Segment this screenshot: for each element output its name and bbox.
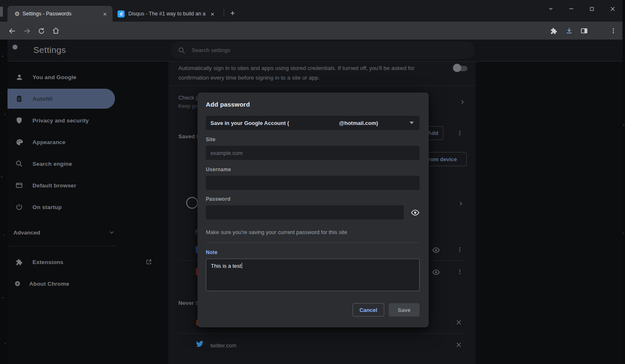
password-input[interactable] [206,205,404,219]
twitter-bird-icon [195,340,204,348]
side-panel-icon[interactable] [578,25,590,37]
sidebar-item-search-engine[interactable]: Search engine [3,154,162,174]
sidebar-item-default-browser[interactable]: Default browser [3,175,162,195]
external-link-icon [145,258,152,266]
maximize-button[interactable] [585,3,598,14]
gear-icon: ⚙ [12,10,22,17]
account-select-prefix: Save in your Google Account ( [210,120,289,126]
username-label: Username [206,167,420,172]
power-icon [15,203,23,211]
chrome-logo-icon [15,281,20,286]
note-textarea[interactable]: This is a test [206,259,420,291]
browser-window-icon [15,181,23,189]
tab-strip: ⚙ Settings - Passwords × d Disqus - The … [0,0,625,22]
site-input[interactable] [206,146,420,160]
person-icon [15,73,23,81]
kebab-menu-icon[interactable] [456,267,463,276]
search-icon [178,46,186,55]
sidebar-item-extensions[interactable]: Extensions [3,252,162,272]
show-password-eye-icon[interactable] [432,268,440,276]
tab-close-icon[interactable]: × [100,9,110,19]
kebab-menu-icon[interactable] [456,129,463,137]
dialog-title: Add password [206,101,420,108]
magnifier-icon [15,160,23,168]
password-helper-text: Make sure you're saving your current pas… [206,229,420,235]
auto-signin-description: Automatically sign in to sites and apps … [178,63,432,82]
dropdown-caret-icon [410,122,414,124]
save-button[interactable]: Save [389,303,420,317]
kebab-menu-icon[interactable] [456,245,463,254]
chevron-down-icon [108,228,116,237]
extensions-puzzle-icon[interactable] [548,25,560,37]
minimize-button[interactable] [565,3,578,14]
check-passwords-subfragment: Keep yo [178,103,198,109]
row-divider [178,333,466,334]
sidebar-item-privacy[interactable]: Privacy and security [3,110,162,130]
sidebar-item-about-chrome[interactable]: About Chrome [3,274,162,294]
chevron-right-icon[interactable] [458,98,467,106]
show-password-eye-icon[interactable] [432,246,440,254]
chevron-right-icon[interactable] [457,199,465,208]
browser-window: ⚙ Settings - Passwords × d Disqus - The … [0,0,625,364]
password-label: Password [206,196,420,202]
desktop-edge-right [622,0,625,364]
reload-icon[interactable] [36,25,47,36]
back-icon[interactable] [7,25,18,36]
clipboard-icon [15,95,23,103]
account-select[interactable]: Save in your Google Account ( @hotmail.c… [206,116,420,130]
section-divider [168,85,476,86]
account-select-suffix: @hotmail.com) [339,120,378,126]
tab-separator [224,9,224,17]
search-placeholder: Search settings [192,47,230,53]
wallpaper-notch [0,7,3,17]
sidebar-item-on-startup[interactable]: On startup [3,197,162,217]
tab-disqus[interactable]: d Disqus - The #1 way to build an a × [117,6,220,22]
remove-site-x-icon[interactable] [455,341,462,349]
disqus-favicon: d [118,10,125,17]
sidebar-item-appearance[interactable]: Appearance [3,132,162,152]
close-window-button[interactable] [606,3,619,14]
sidebar-advanced-toggle[interactable]: Advanced [3,222,116,242]
window-chevron-icon[interactable] [545,3,557,14]
cancel-button[interactable]: Cancel [352,303,384,317]
site-label: Site [206,137,420,142]
tab-title: Settings - Passwords [22,11,100,17]
show-password-eye-icon[interactable] [410,208,420,217]
remove-site-x-icon[interactable] [455,319,462,326]
palette-icon [15,138,23,146]
sidebar-divider [0,246,117,246]
dialog-divider [206,242,420,243]
desktop-edge-left [0,40,8,364]
text-caret [242,263,242,269]
toggle-knob [453,64,461,72]
never-saved-site: twitter.com [210,341,236,350]
settings-chrome-logo-icon [12,45,18,50]
download-icon[interactable] [563,25,575,37]
home-icon[interactable] [50,25,61,36]
tab-close-icon[interactable]: × [208,9,218,19]
menu-kebab-icon[interactable] [608,25,619,37]
note-label: Note [206,249,420,255]
favicon-circle-fragment [186,197,198,209]
puzzle-icon [15,258,23,266]
sidebar-item-autofill[interactable]: Autofill [3,89,115,109]
tab-settings-passwords[interactable]: ⚙ Settings - Passwords × [8,6,112,22]
new-tab-button[interactable]: + [227,8,238,19]
settings-title: Settings [33,45,66,55]
tab-title: Disqus - The #1 way to build an a [128,11,208,17]
add-password-dialog: Add password Save in your Google Account… [198,92,429,327]
forward-icon[interactable] [21,25,32,36]
username-input[interactable] [206,176,420,190]
sidebar-item-you-and-google[interactable]: You and Google [3,67,162,87]
saved-passwords-fragment: Saved P [178,132,200,141]
browser-toolbar: Chrome | chrome://settings/passwords [0,22,625,40]
search-settings-field[interactable]: Search settings [171,41,475,59]
check-passwords-fragment: Check p [178,93,199,102]
never-saved-fragment: Never S [178,298,199,308]
shield-icon [15,116,23,125]
